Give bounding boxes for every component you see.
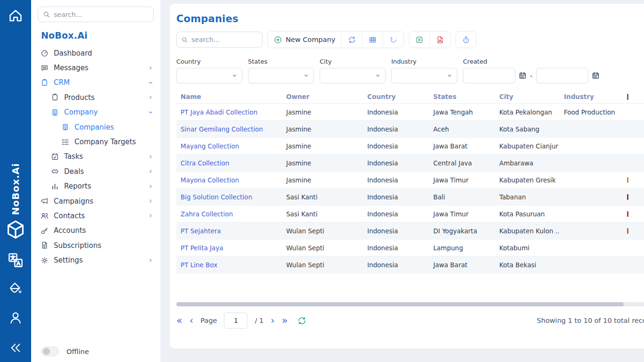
- created-from-input[interactable]: [463, 68, 515, 83]
- paint-icon[interactable]: [8, 281, 23, 296]
- company-name-link[interactable]: PT Pelita Jaya: [176, 244, 282, 252]
- plus-circle-icon: [274, 36, 282, 44]
- table-cell: Food Production: [560, 108, 624, 116]
- collapse-icon[interactable]: [8, 340, 23, 355]
- sidebar-item-accounts[interactable]: Accounts: [38, 223, 154, 238]
- offline-label: Offline: [66, 348, 89, 355]
- reset-button[interactable]: [383, 32, 404, 48]
- stopwatch-button[interactable]: [456, 32, 476, 48]
- home-icon[interactable]: [7, 7, 24, 24]
- column-header-name[interactable]: Name: [176, 93, 282, 100]
- table-header-row: NameOwnerCountryStatesCityIndustry: [176, 90, 644, 104]
- country-select[interactable]: [176, 68, 242, 83]
- table-cell: Sasi Kanti: [282, 210, 363, 218]
- table-search-input[interactable]: [191, 36, 257, 43]
- prev-page-button[interactable]: ‹: [190, 316, 193, 326]
- pdf-export-button[interactable]: [430, 32, 450, 48]
- sidebar-item-subscriptions[interactable]: Subscriptions: [38, 238, 154, 253]
- sidebar-item-products[interactable]: Products: [38, 90, 154, 105]
- horizontal-scrollbar[interactable]: [176, 302, 644, 306]
- table-cell: Indonesia: [363, 244, 429, 252]
- company-name-link[interactable]: Mayang Collection: [176, 142, 282, 150]
- sidebar-item-contacts[interactable]: Contacts: [38, 208, 154, 223]
- truncated-cell-sliver: [627, 194, 628, 200]
- next-page-button[interactable]: ›: [271, 316, 274, 326]
- truncated-cell-sliver: [627, 177, 628, 183]
- table-row: Citra CollectionJasmineIndonesiaCentral …: [176, 155, 644, 172]
- page-number-input[interactable]: [224, 313, 248, 329]
- company-name-link[interactable]: Zahra Collection: [176, 210, 282, 218]
- column-header-country[interactable]: Country: [363, 93, 429, 100]
- column-header-city[interactable]: City: [495, 93, 560, 100]
- building-icon: [61, 123, 69, 131]
- company-name-link[interactable]: Citra Collection: [176, 159, 282, 167]
- offline-toggle[interactable]: [41, 346, 59, 356]
- sidebar-item-tasks[interactable]: Tasks: [38, 149, 154, 164]
- table-cell: Indonesia: [363, 210, 429, 218]
- sidebar-item-company-targets[interactable]: Company Targets: [38, 134, 154, 149]
- sidebar-item-dashboard[interactable]: Dashboard: [38, 46, 154, 60]
- filter-created: Created -: [463, 58, 600, 83]
- clipboard-icon: [51, 93, 59, 101]
- table-row: Big Solution CollectionSasi KantiIndones…: [176, 189, 644, 206]
- column-header-industry[interactable]: Industry: [560, 93, 624, 100]
- table-cell: Jasmine: [282, 125, 363, 133]
- chevron-right-icon: [148, 168, 154, 174]
- excel-export-button[interactable]: [409, 32, 430, 48]
- sidebar-item-messages[interactable]: Messages: [38, 60, 154, 75]
- table-view-button[interactable]: [363, 32, 383, 48]
- table-cell: Bali: [429, 193, 495, 201]
- timer-group: [455, 31, 477, 48]
- calendar-icon[interactable]: [592, 72, 600, 80]
- table-cell: Indonesia: [363, 125, 429, 133]
- chevron-right-icon: [148, 154, 154, 160]
- column-header-states[interactable]: States: [429, 93, 495, 100]
- column-header-owner[interactable]: Owner: [282, 93, 363, 100]
- truncated-cell-sliver: [627, 211, 628, 217]
- sidebar-item-settings[interactable]: Settings: [38, 253, 154, 267]
- company-name-link[interactable]: PT Line Box: [176, 261, 282, 269]
- cube-logo-icon[interactable]: [5, 219, 26, 240]
- new-company-button[interactable]: New Company: [268, 32, 342, 48]
- sidebar-item-deals[interactable]: Deals: [38, 164, 154, 179]
- companies-card: Companies New Company: [170, 4, 644, 349]
- user-icon[interactable]: [8, 310, 23, 325]
- company-name-link[interactable]: Sinar Gemilang Collection: [176, 125, 282, 133]
- sidebar-item-crm[interactable]: CRM: [38, 75, 154, 90]
- company-name-link[interactable]: Mayona Collection: [176, 176, 282, 184]
- city-select[interactable]: [320, 68, 386, 83]
- sidebar-item-companies[interactable]: Companies: [38, 120, 154, 134]
- table-cell: Kotabumi: [495, 244, 560, 252]
- chevron-right-icon: [148, 94, 154, 100]
- sidebar-search[interactable]: [38, 7, 154, 22]
- last-page-button[interactable]: »: [282, 316, 288, 326]
- sidebar-item-reports[interactable]: Reports: [38, 179, 154, 194]
- scrollbar-thumb[interactable]: [176, 302, 624, 306]
- companies-table: NameOwnerCountryStatesCityIndustryPT Jay…: [176, 90, 644, 302]
- created-to-input[interactable]: [536, 68, 588, 83]
- sidebar-item-campaigns[interactable]: Campaigns: [38, 194, 154, 208]
- sidebar-item-company[interactable]: Company: [38, 105, 154, 120]
- table-cell: Indonesia: [363, 176, 429, 184]
- refresh-button[interactable]: [342, 32, 363, 48]
- company-name-link[interactable]: PT Sejahtera: [176, 227, 282, 235]
- company-name-link[interactable]: PT Jaya Abadi Collection: [176, 108, 282, 116]
- table-search[interactable]: [176, 32, 263, 48]
- range-separator: -: [530, 71, 533, 80]
- sidebar-search-input[interactable]: [54, 11, 149, 18]
- building-icon: [51, 108, 59, 116]
- sidebar-item-label: Dashboard: [54, 49, 92, 58]
- industry-select[interactable]: [391, 68, 457, 83]
- toolbar: New Company: [176, 31, 644, 48]
- table-cell: Lampung: [429, 244, 495, 252]
- first-page-button[interactable]: «: [176, 316, 182, 326]
- states-select[interactable]: [248, 68, 314, 83]
- table-cell: Kabupaten Kulon ...: [495, 227, 560, 235]
- table-cell: Jasmine: [282, 142, 363, 150]
- translate-icon[interactable]: [7, 252, 24, 269]
- company-name-link[interactable]: Big Solution Collection: [176, 193, 282, 201]
- calendar-icon[interactable]: [519, 72, 527, 80]
- sidebar-item-label: Subscriptions: [54, 241, 101, 250]
- reload-table-button[interactable]: [297, 316, 306, 325]
- chevron-down-icon: [375, 73, 381, 79]
